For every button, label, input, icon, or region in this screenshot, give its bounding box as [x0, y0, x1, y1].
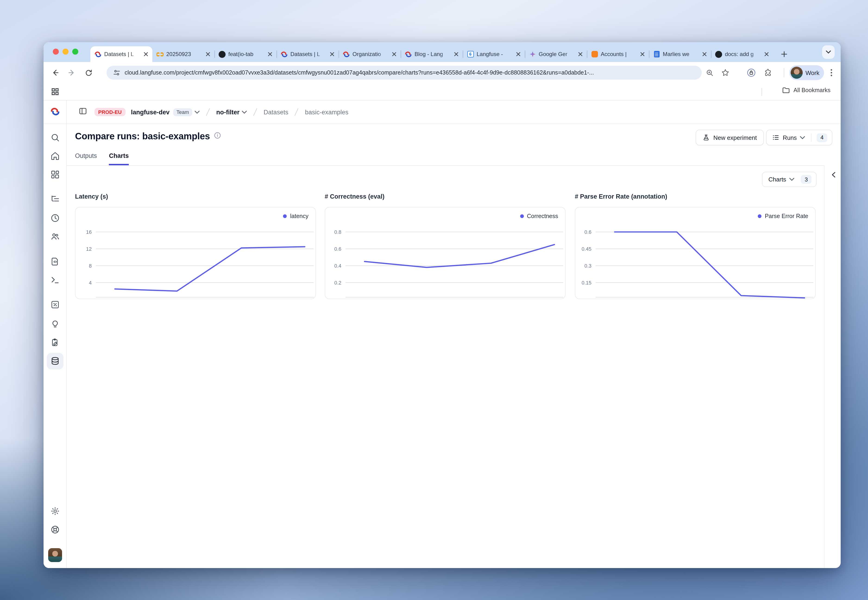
folder-icon — [782, 87, 790, 94]
url-text: cloud.langfuse.com/project/cmfwgv8fx002o… — [124, 70, 594, 76]
all-bookmarks-label: All Bookmarks — [794, 87, 830, 94]
svg-text:0.4: 0.4 — [334, 263, 341, 269]
site-settings-icon[interactable] — [113, 69, 120, 76]
datasets-database-icon[interactable] — [50, 356, 60, 366]
legend-dot-icon — [283, 214, 287, 218]
bookmark-star-icon[interactable] — [721, 68, 730, 77]
browser-tab[interactable]: Organizatio — [338, 46, 401, 62]
tab-outputs[interactable]: Outputs — [75, 152, 97, 165]
tab-title: feat(io-tab — [228, 51, 264, 58]
minimize-window-button[interactable] — [62, 48, 68, 55]
address-bar[interactable]: cloud.langfuse.com/project/cmfwgv8fx002o… — [106, 66, 702, 80]
tabs-divider — [67, 165, 824, 166]
langfuse-logo-icon[interactable] — [50, 107, 60, 118]
svg-text:0.3: 0.3 — [584, 263, 592, 269]
tab-title: Google Ger — [539, 51, 574, 58]
window-controls — [53, 48, 78, 55]
annotation-queues-icon[interactable] — [50, 338, 60, 347]
close-tab-icon[interactable] — [329, 51, 335, 58]
close-tab-icon[interactable] — [391, 51, 398, 58]
org-name[interactable]: langfuse-dev — [131, 109, 170, 115]
evaluators-icon[interactable] — [50, 300, 60, 309]
forward-icon[interactable] — [67, 68, 77, 78]
browser-tab[interactable]: Marlies we — [649, 46, 711, 62]
close-tab-icon[interactable] — [701, 51, 708, 58]
chart-legend: latency — [283, 213, 308, 220]
browser-tab[interactable]: Accounts | — [587, 46, 649, 62]
breadcrumb-dataset-name: basic-examples — [305, 109, 349, 115]
close-tab-icon[interactable] — [763, 51, 770, 58]
prompts-icon[interactable] — [50, 257, 60, 266]
browser-tab[interactable]: 6 Langfuse - — [463, 46, 525, 62]
new-experiment-label: New experiment — [713, 134, 757, 141]
svg-text:12: 12 — [86, 246, 92, 252]
back-icon[interactable] — [50, 68, 60, 78]
environment-badge: PROD-EU — [94, 108, 125, 116]
breadcrumb-datasets-link[interactable]: Datasets — [264, 109, 288, 115]
browser-menu-icon[interactable] — [826, 68, 836, 78]
collapse-panel-icon[interactable] — [829, 170, 838, 179]
browser-tab[interactable]: Blog - Lang — [401, 46, 463, 62]
runs-dropdown-button[interactable]: Runs 4 — [766, 130, 832, 145]
chevron-down-icon[interactable] — [242, 111, 247, 114]
svg-text:0.15: 0.15 — [581, 280, 592, 286]
support-lifebuoy-icon[interactable] — [50, 525, 60, 534]
panel-toggle-icon[interactable] — [79, 107, 87, 117]
home-icon[interactable] — [50, 152, 60, 161]
playground-terminal-icon[interactable] — [50, 276, 60, 285]
close-window-button[interactable] — [53, 48, 59, 55]
svg-text:0.8: 0.8 — [334, 229, 341, 235]
browser-tab[interactable]: Google Ger — [525, 46, 587, 62]
new-experiment-button[interactable]: New experiment — [696, 130, 764, 145]
new-tab-button[interactable] — [779, 49, 789, 59]
tracing-icon[interactable] — [50, 194, 60, 204]
sessions-clock-icon[interactable] — [50, 214, 60, 223]
tab-charts[interactable]: Charts — [109, 152, 129, 165]
zoom-icon[interactable] — [705, 68, 714, 77]
charts-label: Charts — [768, 176, 786, 183]
close-tab-icon[interactable] — [453, 51, 460, 58]
chevron-down-icon[interactable] — [194, 111, 200, 114]
breadcrumb: PROD-EU langfuse-dev Team no-filter Data… — [67, 100, 841, 124]
settings-gear-icon[interactable] — [50, 506, 60, 516]
browser-tabstrip: Datasets | L 20250923 feat(io-tab Datase… — [44, 42, 841, 62]
maximize-window-button[interactable] — [72, 48, 78, 55]
parse-error-chart-card: 0.150.30.450.6 Parse Error Rate — [575, 207, 816, 299]
experiments-lightbulb-icon[interactable] — [50, 320, 60, 329]
search-icon[interactable] — [50, 133, 60, 142]
close-tab-icon[interactable] — [577, 51, 584, 58]
browser-tab[interactable]: Datasets | L — [276, 46, 338, 62]
extensions-icon[interactable] — [763, 68, 772, 77]
close-tab-icon[interactable] — [515, 51, 522, 58]
github-favicon-icon — [219, 51, 226, 58]
tab-title: Marlies we — [663, 51, 698, 58]
close-tab-icon[interactable] — [143, 51, 149, 58]
browser-tab[interactable]: docs: add g — [711, 46, 773, 62]
password-manager-icon[interactable] — [747, 68, 756, 77]
colab-favicon-icon — [156, 51, 164, 58]
browser-tab[interactable]: 20250923 — [152, 46, 214, 62]
info-icon[interactable] — [214, 132, 221, 141]
project-name[interactable]: no-filter — [216, 109, 240, 115]
tab-title: Datasets | L — [104, 51, 140, 58]
tab-title: Datasets | L — [290, 51, 326, 58]
tab-search-button[interactable] — [822, 45, 835, 59]
langfuse-app: PROD-EU langfuse-dev Team no-filter Data… — [44, 100, 841, 568]
close-tab-icon[interactable] — [205, 51, 211, 58]
reload-icon[interactable] — [83, 68, 94, 78]
browser-tab[interactable]: feat(io-tab — [214, 46, 276, 62]
langfuse-favicon-icon — [343, 51, 350, 58]
browser-tab[interactable]: Datasets | L — [90, 46, 152, 62]
close-tab-icon[interactable] — [639, 51, 646, 58]
users-icon[interactable] — [50, 232, 60, 241]
charts-dropdown-button[interactable]: Charts 3 — [762, 172, 816, 187]
dashboards-icon[interactable] — [50, 170, 60, 179]
tab-title: 20250923 — [166, 51, 202, 58]
chart-legend: Parse Error Rate — [758, 213, 808, 220]
all-bookmarks-button[interactable]: All Bookmarks — [782, 87, 830, 94]
chevron-down-icon — [800, 136, 805, 139]
close-tab-icon[interactable] — [267, 51, 273, 58]
browser-profile-chip[interactable]: Work — [789, 65, 824, 80]
apps-grid-icon[interactable] — [51, 88, 59, 98]
user-avatar[interactable] — [48, 548, 62, 562]
